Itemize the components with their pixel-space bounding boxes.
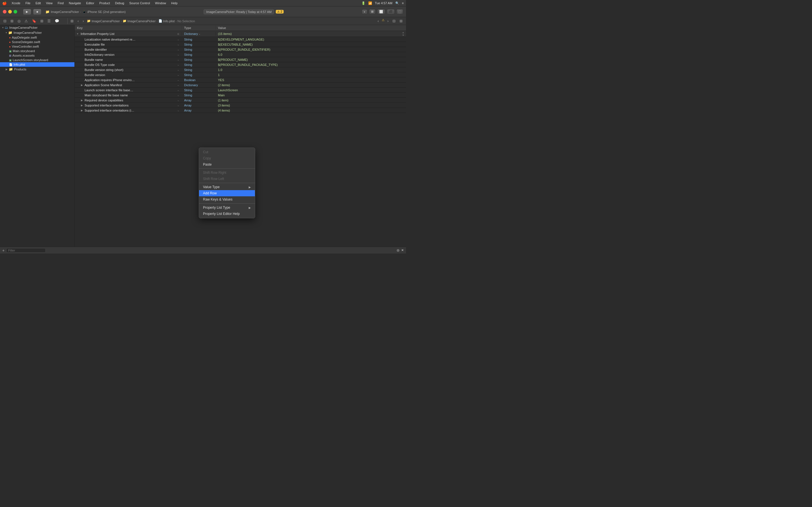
- menu-source-control[interactable]: Source Control: [127, 1, 152, 5]
- stepper-icon[interactable]: ⌄: [177, 83, 179, 87]
- plist-row[interactable]: ▶ Supported interface orientations (i… ⌄…: [75, 108, 406, 113]
- menu-xcode[interactable]: Xcode: [10, 1, 22, 5]
- apple-menu[interactable]: 🍎: [2, 1, 7, 5]
- plist-row[interactable]: Bundle identifier ⌄ String $(PRODUCT_BUN…: [75, 47, 406, 52]
- stepper-icon[interactable]: ⌄: [177, 63, 179, 66]
- stepper-icon[interactable]: ⌄: [177, 78, 179, 81]
- maximize-button[interactable]: [13, 10, 17, 13]
- bookmark-icon[interactable]: 🔖: [31, 18, 38, 24]
- device-label[interactable]: iPhone SE (2nd generation): [87, 10, 126, 13]
- sidebar-item-viewcontroller[interactable]: ● ViewController.swift: [0, 44, 74, 49]
- stepper-icon[interactable]: ⌄: [177, 104, 179, 107]
- control-center-icon[interactable]: ≡: [402, 1, 404, 5]
- sidebar-group-root[interactable]: ▾ 🗂 ImageCameraPicker: [0, 25, 74, 30]
- plist-row[interactable]: Main storyboard file base name ⌄ String …: [75, 93, 406, 98]
- circle-icon[interactable]: ◎: [397, 248, 400, 252]
- ctx-plist-help[interactable]: Property List Editor Help: [199, 211, 255, 217]
- filter-input[interactable]: [6, 248, 46, 252]
- sidebar-item-appdelegate[interactable]: ● AppDelegate.swift: [0, 35, 74, 40]
- search-icon[interactable]: 🔍: [395, 1, 399, 5]
- sidebar-toggle-icon[interactable]: ⊟: [2, 18, 8, 24]
- warning-badge[interactable]: ⚠ 2: [276, 10, 283, 13]
- stepper-icon[interactable]: ⌄: [177, 109, 179, 112]
- jump-icon[interactable]: ⊞: [69, 18, 75, 24]
- stepper-icon[interactable]: ⌄: [177, 53, 179, 56]
- menu-file[interactable]: File: [23, 1, 33, 5]
- expand-icon[interactable]: ▶: [81, 83, 84, 87]
- expand-icon[interactable]: ▾: [77, 33, 80, 35]
- grid-panel-icon[interactable]: ⊞: [398, 18, 404, 24]
- stepper-icon[interactable]: ⌄: [177, 58, 179, 61]
- stepper-up[interactable]: ▲: [402, 31, 405, 34]
- stepper-icon[interactable]: ⌄: [177, 94, 179, 97]
- ctx-raw-keys[interactable]: Raw Keys & Values: [199, 196, 255, 203]
- sidebar-item-launchscreen[interactable]: ▣ LaunchScreen.storyboard: [0, 58, 74, 62]
- stepper-down[interactable]: ▼: [402, 34, 405, 37]
- bc-file[interactable]: Info.plist: [163, 19, 175, 23]
- list-icon[interactable]: ☰: [46, 18, 52, 24]
- layout-btn1[interactable]: ⬜: [377, 9, 385, 14]
- menu-editor[interactable]: Editor: [84, 1, 96, 5]
- plist-row[interactable]: Application requires iPhone enviro… ⌄ Bo…: [75, 77, 406, 82]
- plist-row[interactable]: ▶ Application Scene Manifest ⌄ Dictionar…: [75, 82, 406, 88]
- sidebar-item-assets[interactable]: ⊞ Assets.xcassets: [0, 53, 74, 58]
- plist-row[interactable]: Bundle version string (short) ⌄ String 1…: [75, 67, 406, 72]
- prev-issue-icon[interactable]: ‹: [376, 18, 380, 24]
- bc-folder[interactable]: ImageCameraPicker: [128, 19, 156, 23]
- menu-find[interactable]: Find: [56, 1, 66, 5]
- layout-btn3[interactable]: ⬚: [396, 9, 403, 14]
- expand-icon[interactable]: ▶: [81, 109, 84, 112]
- expand-icon[interactable]: ▶: [81, 99, 84, 102]
- stepper-icon[interactable]: ⌄: [177, 73, 179, 76]
- back-button[interactable]: ‹: [77, 18, 80, 24]
- menu-product[interactable]: Product: [97, 1, 112, 5]
- ctx-plist-type[interactable]: Property List Type ▶: [199, 205, 255, 211]
- stop-button[interactable]: ■: [33, 9, 42, 15]
- plist-row[interactable]: Executable file ⌄ String $(EXECUTABLE_NA…: [75, 42, 406, 47]
- grid-icon[interactable]: ⊞: [39, 18, 45, 24]
- plist-row[interactable]: ▶ Required device capabilities ⌄ Array (…: [75, 98, 406, 103]
- stepper-icon[interactable]: ⌄: [177, 89, 179, 92]
- ctx-paste[interactable]: Paste: [199, 161, 255, 168]
- type-dropdown-icon[interactable]: ⌄: [199, 33, 201, 35]
- stepper-icon[interactable]: ⌄: [177, 48, 179, 51]
- library-button[interactable]: ⊞: [369, 9, 375, 14]
- menu-edit[interactable]: Edit: [34, 1, 43, 5]
- scheme-label[interactable]: ImageCameraPicker: [51, 10, 79, 13]
- forward-button[interactable]: ›: [82, 18, 85, 24]
- plus-minus-icon[interactable]: ⊕: [177, 33, 179, 36]
- right-panel-icon[interactable]: ⊟: [391, 18, 397, 24]
- menu-debug[interactable]: Debug: [113, 1, 126, 5]
- layout-btn2[interactable]: ⬛: [387, 9, 395, 14]
- plist-row[interactable]: Launch screen interface file base… ⌄ Str…: [75, 88, 406, 93]
- menu-window[interactable]: Window: [153, 1, 168, 5]
- plist-row[interactable]: Bundle version ⌄ String 1: [75, 72, 406, 77]
- plist-row[interactable]: ▾ Information Property List ⊕ Dictionary…: [75, 31, 406, 37]
- stepper-icon[interactable]: ⌄: [177, 68, 179, 71]
- add-item-button[interactable]: +: [2, 248, 4, 252]
- close-icon[interactable]: ✕: [401, 248, 404, 252]
- sidebar-item-scenedelegate[interactable]: ● SceneDelegate.swift: [0, 40, 74, 44]
- plist-row[interactable]: Bundle OS Type code ⌄ String $(PRODUCT_B…: [75, 62, 406, 67]
- plist-row[interactable]: InfoDictionary version ⌄ String 6.0: [75, 52, 406, 57]
- sidebar-item-infoplist[interactable]: 📄 Info.plist: [0, 62, 74, 67]
- ctx-value-type[interactable]: Value Type ▶: [199, 184, 255, 190]
- inspector-toggle-icon[interactable]: ⊞: [9, 18, 15, 24]
- sidebar-item-products[interactable]: ▶ 📁 Products: [0, 67, 74, 72]
- plist-row[interactable]: Bundle name ⌄ String $(PRODUCT_NAME): [75, 57, 406, 62]
- comment-icon[interactable]: 💬: [54, 18, 60, 24]
- menu-navigate[interactable]: Navigate: [67, 1, 83, 5]
- menu-view[interactable]: View: [44, 1, 55, 5]
- menu-help[interactable]: Help: [169, 1, 180, 5]
- minimize-button[interactable]: [8, 10, 12, 13]
- next-issue-icon[interactable]: ›: [386, 18, 390, 24]
- plist-row[interactable]: Localization native development re… ⌄ St…: [75, 37, 406, 42]
- run-button[interactable]: ▶: [23, 9, 31, 15]
- filter-icon[interactable]: ◎: [16, 18, 22, 24]
- close-button[interactable]: [3, 10, 6, 13]
- stepper-icon[interactable]: ⌄: [177, 38, 179, 41]
- expand-icon[interactable]: ▶: [81, 104, 84, 107]
- bc-project[interactable]: ImageCameraPicker: [92, 19, 120, 23]
- stepper-icon[interactable]: ⌄: [177, 99, 179, 102]
- sidebar-item-main-storyboard[interactable]: ▣ Main.storyboard: [0, 49, 74, 53]
